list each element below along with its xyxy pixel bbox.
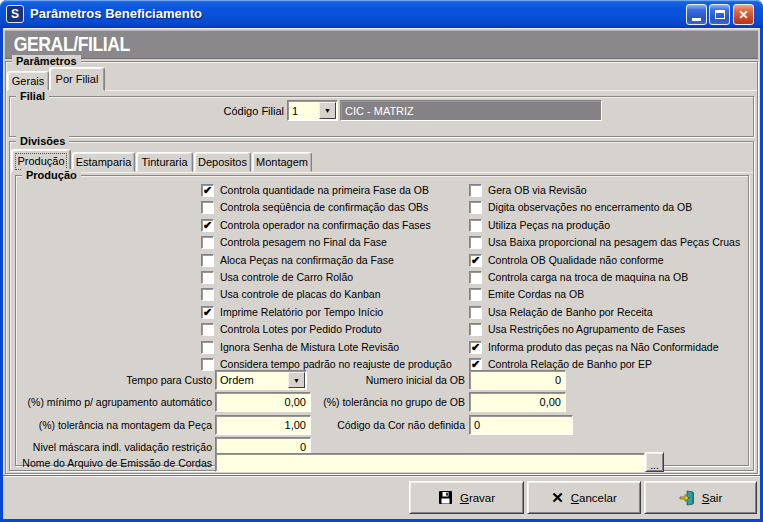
app-icon: S [6,5,24,23]
checkbox-row: Controla carga na troca de maquina na OB [469,271,740,284]
sair-label: Sair [702,492,722,504]
checkbox-row: Usa Relação de Banho por Receita [469,306,740,319]
tab-depositos-label: Depositos [198,156,247,168]
minimo-agrupamento-field[interactable]: 0,00 [215,392,311,412]
codigo-cor-field[interactable]: 0 [469,415,573,435]
tab-montagem-label: Montagem [256,156,308,168]
codigo-filial-combobox[interactable]: 1 ▼ [287,100,338,121]
checkbox[interactable]: ✔ [201,219,214,232]
checkbox[interactable] [469,184,482,197]
checkbox-row: Usa Restrições no Agrupamento de Fases [469,323,740,336]
tab-estamparia[interactable]: Estamparia [72,152,135,172]
tab-montagem[interactable]: Montagem [252,152,312,172]
tab-por-filial[interactable]: Por Filial [49,67,105,91]
tab-producao-label: Produção [17,155,64,167]
tab-tinturaria[interactable]: Tinturaria [136,152,193,172]
checkbox-row: ✔Controla OB Qualidade não conforme [469,254,740,267]
checkbox[interactable] [201,236,214,249]
checkbox[interactable] [469,236,482,249]
numero-inicial-ob-field[interactable]: 0 [469,370,566,390]
dropdown-arrow-icon[interactable]: ▼ [288,372,305,388]
checkbox-label: Controla carga na troca de maquina na OB [488,271,688,284]
checkbox[interactable] [469,271,482,284]
checkbox[interactable] [469,306,482,319]
tab-page-edge [6,90,757,91]
nivel-mascara-value: 0 [300,441,306,453]
checkbox-label: Usa Baixa proporcional na pesagem das Pe… [488,236,740,249]
checkbox-label: Controla pesagem no Final da Fase [220,236,387,249]
checkbox-row: Emite Cordas na OB [469,288,740,301]
checkbox-label: Usa controle de Carro Rolão [220,271,353,284]
checkbox[interactable]: ✔ [201,184,214,197]
checkbox-label: Aloca Peças na confirmação da Fase [220,254,394,267]
checkbox-label: Usa Restrições no Agrupamento de Fases [488,323,685,336]
arquivo-cordas-label: Nome do Arquivo de Emissão de Cordas [0,457,212,470]
checkbox[interactable] [201,271,214,284]
checkbox-row: Digita observações no encerramento da OB [469,201,740,214]
checkbox[interactable] [469,201,482,214]
tab-gerais[interactable]: Gerais [7,71,49,91]
groupbox-producao-label: Produção [22,169,81,181]
tab-depositos[interactable]: Depositos [194,152,251,172]
checkbox-column-left: ✔Controla quantidade na primeira Fase da… [201,184,452,371]
minimo-agrupamento-label: (%) mínimo p/ agrupamento automático [0,396,212,409]
checkbox-row: ✔Imprime Relatório por Tempo Início [201,306,452,319]
tolerancia-montagem-field[interactable]: 1,00 [215,415,311,435]
tolerancia-montagem-label: (%) tolerância na montagem da Peça [0,419,212,432]
checkbox[interactable] [469,288,482,301]
browse-button[interactable]: ... [645,452,664,472]
sair-button[interactable]: Sair [644,481,757,514]
dialog-window: S Parâmetros Beneficiamento ✕ GERAL/FILI… [0,0,763,522]
filial-nome-field: CIC - MATRIZ [340,100,602,121]
title-bar[interactable]: S Parâmetros Beneficiamento ✕ [0,0,763,28]
section-header-bar: GERAL/FILIAL [5,30,758,59]
codigo-filial-value: 1 [288,105,318,117]
checkbox[interactable] [469,323,482,336]
close-button[interactable]: ✕ [733,4,754,25]
checkbox[interactable]: ✔ [201,306,214,319]
checkbox[interactable] [201,341,214,354]
gravar-button[interactable]: Gravar [409,481,524,514]
checkbox-label: Considera tempo padrão no reajuste de pr… [220,358,452,371]
checkbox[interactable]: ✔ [469,358,482,371]
checkbox[interactable] [201,254,214,267]
filial-nome-value: CIC - MATRIZ [345,105,414,117]
checkbox-row: ✔Controla operador na confirmação das Fa… [201,219,452,232]
checkbox-row: Controla Lotes por Pedido Produto [201,323,452,336]
numero-inicial-ob-value: 0 [555,374,561,386]
save-floppy-icon [438,490,453,505]
nivel-mascara-label: Nivel máscara indl. validação restrição [0,441,212,454]
arquivo-cordas-field[interactable] [215,453,645,472]
checkbox[interactable]: ✔ [469,341,482,354]
cancelar-button[interactable]: ✕ Cancelar [527,481,641,514]
checkbox-label: Digita observações no encerramento da OB [488,201,692,214]
gravar-label: Gravar [460,492,495,504]
tolerancia-grupo-ob-field[interactable]: 0,00 [469,392,566,412]
minimize-button[interactable] [686,4,707,25]
checkbox-row: Controla seqüência de confirmação das OB… [201,201,452,214]
checkbox[interactable] [469,219,482,232]
checkbox[interactable]: ✔ [469,254,482,267]
checkbox[interactable] [201,288,214,301]
checkbox-label: Ignora Senha de Mistura Lote Revisão [220,341,399,354]
checkbox-row: Utiliza Peças na produção [469,219,740,232]
checkbox-label: Gera OB via Revisão [488,184,587,197]
checkbox-label: Usa Relação de Banho por Receita [488,306,653,319]
minimo-agrupamento-value: 0,00 [285,396,306,408]
checkbox[interactable] [201,358,214,371]
checkbox-row: Controla pesagem no Final da Fase [201,236,452,249]
cancelar-label: Cancelar [571,492,617,504]
checkbox[interactable] [201,323,214,336]
window-title: Parâmetros Beneficiamento [30,6,202,21]
maximize-button[interactable] [709,4,730,25]
tolerancia-grupo-ob-value: 0,00 [540,396,561,408]
checkbox-column-right: Gera OB via Revisão Digita observações n… [469,184,740,371]
tempo-custo-combobox[interactable]: Ordem ▼ [215,370,307,390]
checkbox-label: Controla operador na confirmação das Fas… [220,219,431,232]
dropdown-arrow-icon[interactable]: ▼ [319,102,336,119]
checkbox-label: Controla OB Qualidade não conforme [488,254,664,267]
tab-gerais-label: Gerais [12,75,44,87]
checkbox[interactable] [201,201,214,214]
checkbox-row: Considera tempo padrão no reajuste de pr… [201,358,452,371]
checkbox-row: ✔Controla quantidade na primeira Fase da… [201,184,452,197]
